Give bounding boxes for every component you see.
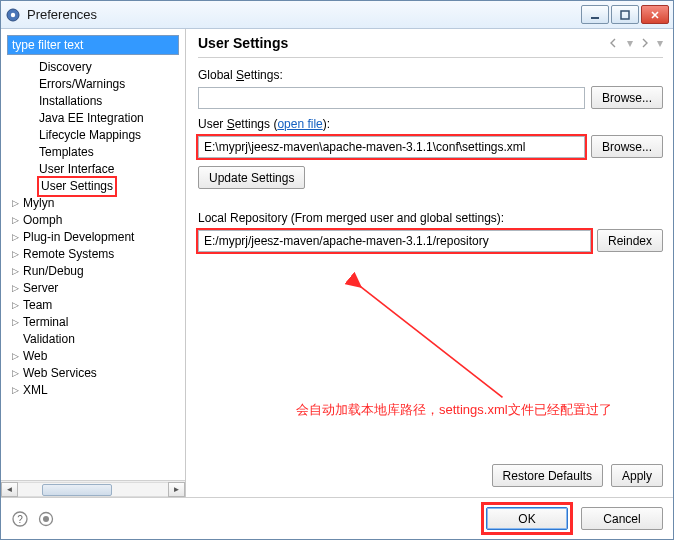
expand-icon[interactable]: ▷	[9, 280, 21, 297]
expand-icon[interactable]: ▷	[9, 195, 21, 212]
window-title: Preferences	[27, 7, 581, 22]
expand-icon[interactable]: ▷	[9, 297, 21, 314]
tree-item-label: Web Services	[21, 365, 99, 382]
apply-button[interactable]: Apply	[611, 464, 663, 487]
ok-button[interactable]: OK	[486, 507, 568, 530]
tree-item[interactable]: ▷Oomph	[3, 212, 185, 229]
tree-item[interactable]: Installations	[3, 93, 185, 110]
open-file-link[interactable]: open file	[277, 117, 322, 131]
tree-item[interactable]: ▷Run/Debug	[3, 263, 185, 280]
scroll-right-button[interactable]: ►	[168, 482, 185, 497]
tree-item[interactable]: ▷Web Services	[3, 365, 185, 382]
titlebar: Preferences	[1, 1, 673, 29]
tree-item[interactable]: Java EE Integration	[3, 110, 185, 127]
dialog-footer: ? OK Cancel	[1, 497, 673, 539]
global-settings-label: Global Settings:	[198, 68, 663, 82]
tree-item[interactable]: Errors/Warnings	[3, 76, 185, 93]
tree-item[interactable]: ▷XML	[3, 382, 185, 399]
svg-line-4	[360, 286, 503, 398]
tree-item-label: Templates	[37, 144, 96, 161]
tree-item-label: User Settings	[37, 176, 117, 197]
tree-item-label: Web	[21, 348, 49, 365]
tree-item-label: Java EE Integration	[37, 110, 146, 127]
tree-item-label: Validation	[21, 331, 77, 348]
tree-item-label: XML	[21, 382, 50, 399]
tree-item-label: Run/Debug	[21, 263, 86, 280]
svg-point-1	[11, 12, 15, 16]
svg-rect-3	[621, 11, 629, 19]
tree-item-label: Terminal	[21, 314, 70, 331]
ok-highlight: OK	[481, 502, 573, 535]
tree-item[interactable]: ▷Mylyn	[3, 195, 185, 212]
user-settings-label: User Settings (open file):	[198, 117, 663, 131]
filter-input[interactable]	[7, 35, 179, 55]
svg-text:?: ?	[17, 514, 23, 525]
global-settings-browse-button[interactable]: Browse...	[591, 86, 663, 109]
local-repo-label: Local Repository (From merged user and g…	[198, 211, 663, 225]
expand-icon[interactable]: ▷	[9, 212, 21, 229]
tree-item[interactable]: ▷Plug-in Development	[3, 229, 185, 246]
tree-item-label: Discovery	[37, 59, 94, 76]
page-nav: ▾ ▾	[607, 35, 663, 51]
tree-item[interactable]: ▷Web	[3, 348, 185, 365]
settings-panel: User Settings ▾ ▾ Global Settings: Brows…	[186, 29, 673, 497]
tree-item[interactable]: ▷Remote Systems	[3, 246, 185, 263]
annotation-text: 会自动加载本地库路径，settings.xml文件已经配置过了	[296, 401, 612, 419]
expand-icon[interactable]: ▷	[9, 246, 21, 263]
tree-item[interactable]: Templates	[3, 144, 185, 161]
tree-item-label: Server	[21, 280, 60, 297]
tree-item-label: Remote Systems	[21, 246, 116, 263]
local-repo-input[interactable]	[198, 230, 591, 252]
app-icon	[5, 7, 21, 23]
tree-item[interactable]: User Settings	[3, 178, 185, 195]
tree-item-label: Oomph	[21, 212, 64, 229]
tree-item[interactable]: ▷Server	[3, 280, 185, 297]
tree-item[interactable]: Lifecycle Mappings	[3, 127, 185, 144]
record-icon[interactable]	[37, 510, 55, 528]
back-icon[interactable]	[607, 35, 623, 51]
user-settings-input[interactable]	[198, 136, 585, 158]
scroll-track[interactable]	[18, 482, 168, 497]
expand-icon[interactable]: ▷	[9, 229, 21, 246]
user-settings-browse-button[interactable]: Browse...	[591, 135, 663, 158]
restore-defaults-button[interactable]: Restore Defaults	[492, 464, 603, 487]
cancel-button[interactable]: Cancel	[581, 507, 663, 530]
expand-icon[interactable]: ▷	[9, 382, 21, 399]
expand-icon[interactable]: ▷	[9, 365, 21, 382]
tree-item[interactable]: Discovery	[3, 59, 185, 76]
tree-item-label: Plug-in Development	[21, 229, 136, 246]
tree-item-label: Team	[21, 297, 54, 314]
global-settings-input[interactable]	[198, 87, 585, 109]
close-button[interactable]	[641, 5, 669, 24]
maximize-button[interactable]	[611, 5, 639, 24]
sidebar: DiscoveryErrors/WarningsInstallationsJav…	[1, 29, 186, 497]
tree-item-label: Lifecycle Mappings	[37, 127, 143, 144]
tree-item[interactable]: Validation	[3, 331, 185, 348]
page-title: User Settings	[198, 35, 607, 51]
tree-item-label: Mylyn	[21, 195, 56, 212]
minimize-button[interactable]	[581, 5, 609, 24]
svg-point-8	[43, 516, 49, 522]
svg-rect-2	[591, 17, 599, 19]
scroll-left-button[interactable]: ◄	[1, 482, 18, 497]
help-icon[interactable]: ?	[11, 510, 29, 528]
tree-item-label: Errors/Warnings	[37, 76, 127, 93]
horizontal-scrollbar[interactable]: ◄ ►	[1, 480, 185, 497]
expand-icon[interactable]: ▷	[9, 348, 21, 365]
update-settings-button[interactable]: Update Settings	[198, 166, 305, 189]
tree-item-label: Installations	[37, 93, 104, 110]
scroll-thumb[interactable]	[42, 484, 112, 496]
reindex-button[interactable]: Reindex	[597, 229, 663, 252]
preferences-window: Preferences DiscoveryErrors/WarningsInst…	[0, 0, 674, 540]
expand-icon[interactable]: ▷	[9, 263, 21, 280]
preferences-tree[interactable]: DiscoveryErrors/WarningsInstallationsJav…	[1, 59, 185, 480]
expand-icon[interactable]: ▷	[9, 314, 21, 331]
tree-item[interactable]: ▷Team	[3, 297, 185, 314]
forward-icon[interactable]	[637, 35, 653, 51]
tree-item[interactable]: ▷Terminal	[3, 314, 185, 331]
